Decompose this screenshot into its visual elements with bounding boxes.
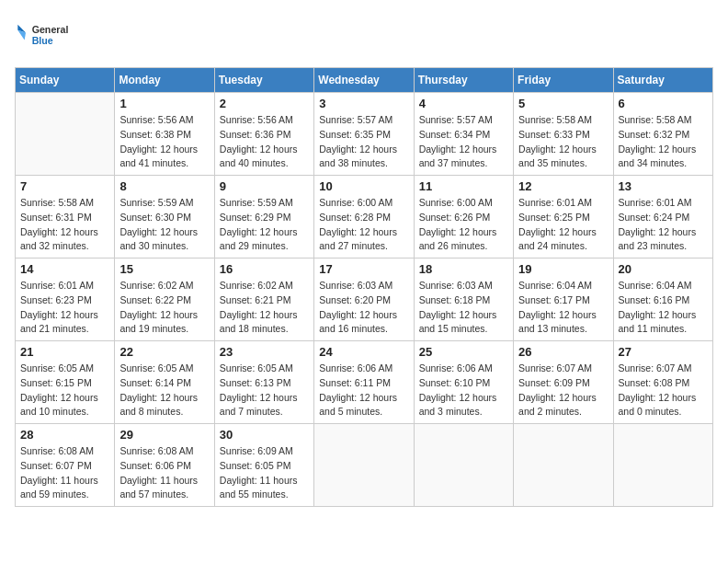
day-info: Sunrise: 5:56 AM Sunset: 6:36 PM Dayligh… xyxy=(220,113,309,171)
day-info: Sunrise: 6:05 AM Sunset: 6:15 PM Dayligh… xyxy=(20,362,109,419)
logo-icon: GeneralBlue xyxy=(15,15,88,56)
day-number: 21 xyxy=(20,345,109,359)
day-info: Sunrise: 6:03 AM Sunset: 6:20 PM Dayligh… xyxy=(319,279,408,337)
day-info: Sunrise: 6:07 AM Sunset: 6:09 PM Dayligh… xyxy=(518,362,608,419)
calendar-cell: 21Sunrise: 6:05 AM Sunset: 6:15 PM Dayli… xyxy=(16,341,115,424)
calendar-cell xyxy=(314,424,414,507)
svg-text:General: General xyxy=(32,24,69,35)
day-number: 4 xyxy=(419,97,508,110)
calendar-week-row-2: 7Sunrise: 5:58 AM Sunset: 6:31 PM Daylig… xyxy=(16,176,713,259)
calendar-week-row-1: 1Sunrise: 5:56 AM Sunset: 6:38 PM Daylig… xyxy=(16,93,713,176)
day-info: Sunrise: 5:59 AM Sunset: 6:29 PM Dayligh… xyxy=(220,196,309,254)
day-number: 1 xyxy=(119,97,209,110)
day-number: 29 xyxy=(119,428,209,442)
calendar-cell: 6Sunrise: 5:58 AM Sunset: 6:32 PM Daylig… xyxy=(613,93,712,176)
calendar-cell: 24Sunrise: 6:06 AM Sunset: 6:11 PM Dayli… xyxy=(314,341,414,424)
calendar-week-row-4: 21Sunrise: 6:05 AM Sunset: 6:15 PM Dayli… xyxy=(16,341,713,424)
calendar-cell: 26Sunrise: 6:07 AM Sunset: 6:09 PM Dayli… xyxy=(514,341,613,424)
day-number: 7 xyxy=(20,179,109,193)
calendar-cell: 20Sunrise: 6:04 AM Sunset: 6:16 PM Dayli… xyxy=(613,259,712,341)
day-number: 8 xyxy=(119,179,209,193)
weekday-header-row: SundayMondayTuesdayWednesdayThursdayFrid… xyxy=(16,68,713,93)
day-info: Sunrise: 6:01 AM Sunset: 6:23 PM Dayligh… xyxy=(20,279,109,337)
day-info: Sunrise: 5:58 AM Sunset: 6:31 PM Dayligh… xyxy=(20,196,109,254)
day-info: Sunrise: 6:05 AM Sunset: 6:14 PM Dayligh… xyxy=(119,362,209,419)
day-info: Sunrise: 6:00 AM Sunset: 6:26 PM Dayligh… xyxy=(419,196,508,254)
day-number: 18 xyxy=(419,262,508,276)
day-info: Sunrise: 6:06 AM Sunset: 6:11 PM Dayligh… xyxy=(319,362,408,419)
day-info: Sunrise: 6:04 AM Sunset: 6:17 PM Dayligh… xyxy=(518,279,608,337)
calendar-cell: 10Sunrise: 6:00 AM Sunset: 6:28 PM Dayli… xyxy=(314,176,414,259)
day-info: Sunrise: 6:04 AM Sunset: 6:16 PM Dayligh… xyxy=(619,279,708,337)
day-info: Sunrise: 5:58 AM Sunset: 6:32 PM Dayligh… xyxy=(619,113,708,171)
weekday-header-saturday: Saturday xyxy=(613,68,712,93)
day-number: 19 xyxy=(518,262,608,276)
calendar-cell: 28Sunrise: 6:08 AM Sunset: 6:07 PM Dayli… xyxy=(16,424,115,507)
calendar-cell: 12Sunrise: 6:01 AM Sunset: 6:25 PM Dayli… xyxy=(514,176,613,259)
calendar-cell: 8Sunrise: 5:59 AM Sunset: 6:30 PM Daylig… xyxy=(115,176,214,259)
calendar-cell: 3Sunrise: 5:57 AM Sunset: 6:35 PM Daylig… xyxy=(314,93,414,176)
calendar-cell: 2Sunrise: 5:56 AM Sunset: 6:36 PM Daylig… xyxy=(214,93,313,176)
calendar-cell xyxy=(16,93,115,176)
day-info: Sunrise: 6:08 AM Sunset: 6:07 PM Dayligh… xyxy=(20,444,109,502)
calendar-cell: 22Sunrise: 6:05 AM Sunset: 6:14 PM Dayli… xyxy=(115,341,214,424)
day-number: 10 xyxy=(319,179,408,193)
svg-text:Blue: Blue xyxy=(32,35,53,46)
day-number: 2 xyxy=(220,97,309,110)
weekday-header-monday: Monday xyxy=(115,68,214,93)
day-info: Sunrise: 6:01 AM Sunset: 6:25 PM Dayligh… xyxy=(518,196,608,254)
calendar-cell: 29Sunrise: 6:08 AM Sunset: 6:06 PM Dayli… xyxy=(115,424,214,507)
calendar-cell: 11Sunrise: 6:00 AM Sunset: 6:26 PM Dayli… xyxy=(414,176,513,259)
calendar-cell: 23Sunrise: 6:05 AM Sunset: 6:13 PM Dayli… xyxy=(214,341,313,424)
day-info: Sunrise: 5:57 AM Sunset: 6:35 PM Dayligh… xyxy=(319,113,408,171)
day-number: 13 xyxy=(619,179,708,193)
day-number: 27 xyxy=(619,345,708,359)
day-info: Sunrise: 6:00 AM Sunset: 6:28 PM Dayligh… xyxy=(319,196,408,254)
day-info: Sunrise: 6:02 AM Sunset: 6:21 PM Dayligh… xyxy=(220,279,309,337)
calendar-week-row-3: 14Sunrise: 6:01 AM Sunset: 6:23 PM Dayli… xyxy=(16,259,713,341)
day-number: 17 xyxy=(319,262,408,276)
day-number: 23 xyxy=(220,345,309,359)
day-info: Sunrise: 6:05 AM Sunset: 6:13 PM Dayligh… xyxy=(220,362,309,419)
calendar-cell: 9Sunrise: 5:59 AM Sunset: 6:29 PM Daylig… xyxy=(214,176,313,259)
day-number: 5 xyxy=(518,97,608,110)
day-number: 22 xyxy=(119,345,209,359)
day-number: 26 xyxy=(518,345,608,359)
calendar-cell: 16Sunrise: 6:02 AM Sunset: 6:21 PM Dayli… xyxy=(214,259,313,341)
calendar-cell xyxy=(613,424,712,507)
day-info: Sunrise: 6:02 AM Sunset: 6:22 PM Dayligh… xyxy=(119,279,209,337)
day-info: Sunrise: 5:58 AM Sunset: 6:33 PM Dayligh… xyxy=(518,113,608,171)
day-info: Sunrise: 6:03 AM Sunset: 6:18 PM Dayligh… xyxy=(419,279,508,337)
calendar-cell: 30Sunrise: 6:09 AM Sunset: 6:05 PM Dayli… xyxy=(214,424,313,507)
day-info: Sunrise: 6:01 AM Sunset: 6:24 PM Dayligh… xyxy=(619,196,708,254)
day-number: 11 xyxy=(419,179,508,193)
day-number: 16 xyxy=(220,262,309,276)
day-number: 15 xyxy=(119,262,209,276)
calendar-cell: 1Sunrise: 5:56 AM Sunset: 6:38 PM Daylig… xyxy=(115,93,214,176)
day-number: 14 xyxy=(20,262,109,276)
calendar-cell: 15Sunrise: 6:02 AM Sunset: 6:22 PM Dayli… xyxy=(115,259,214,341)
calendar-cell: 14Sunrise: 6:01 AM Sunset: 6:23 PM Dayli… xyxy=(16,259,115,341)
calendar-cell: 17Sunrise: 6:03 AM Sunset: 6:20 PM Dayli… xyxy=(314,259,414,341)
day-info: Sunrise: 5:56 AM Sunset: 6:38 PM Dayligh… xyxy=(119,113,209,171)
day-number: 12 xyxy=(518,179,608,193)
day-info: Sunrise: 5:59 AM Sunset: 6:30 PM Dayligh… xyxy=(119,196,209,254)
day-info: Sunrise: 6:07 AM Sunset: 6:08 PM Dayligh… xyxy=(619,362,708,419)
day-number: 24 xyxy=(319,345,408,359)
day-number: 20 xyxy=(619,262,708,276)
weekday-header-friday: Friday xyxy=(514,68,613,93)
day-info: Sunrise: 6:08 AM Sunset: 6:06 PM Dayligh… xyxy=(119,444,209,502)
calendar-table: SundayMondayTuesdayWednesdayThursdayFrid… xyxy=(15,67,713,507)
day-number: 6 xyxy=(619,97,708,110)
day-info: Sunrise: 5:57 AM Sunset: 6:34 PM Dayligh… xyxy=(419,113,508,171)
day-number: 30 xyxy=(220,428,309,442)
calendar-cell xyxy=(514,424,613,507)
calendar-cell: 25Sunrise: 6:06 AM Sunset: 6:10 PM Dayli… xyxy=(414,341,513,424)
calendar-cell: 27Sunrise: 6:07 AM Sunset: 6:08 PM Dayli… xyxy=(613,341,712,424)
page-header: GeneralBlue xyxy=(15,15,713,56)
calendar-cell xyxy=(414,424,513,507)
day-number: 3 xyxy=(319,97,408,110)
day-number: 28 xyxy=(20,428,109,442)
weekday-header-tuesday: Tuesday xyxy=(214,68,313,93)
day-number: 9 xyxy=(220,179,309,193)
